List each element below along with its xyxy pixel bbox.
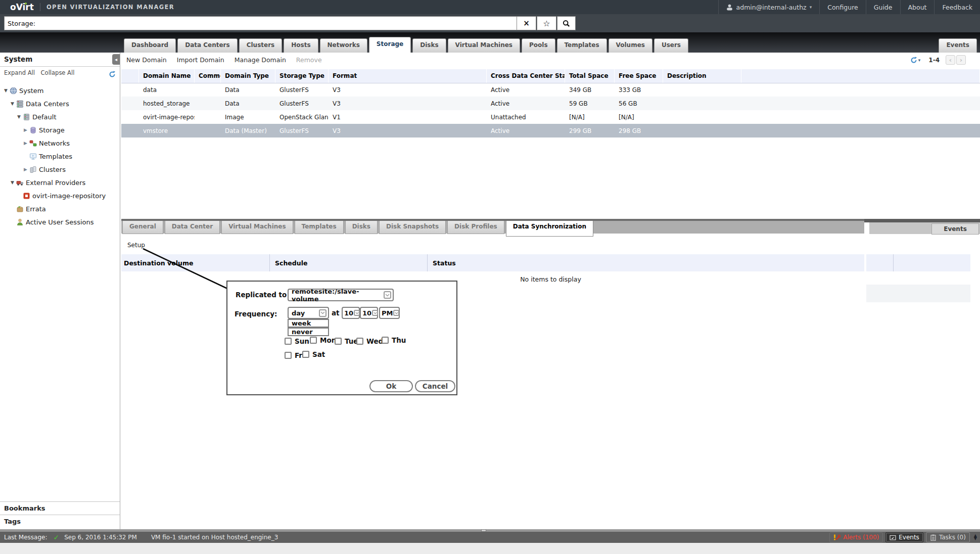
- menu-about[interactable]: About: [900, 0, 935, 14]
- frequency-select[interactable]: day: [288, 307, 329, 319]
- tab-storage[interactable]: Storage: [369, 37, 411, 53]
- search-clear-button[interactable]: ×: [517, 16, 536, 30]
- tasks-button[interactable]: Tasks (0): [926, 532, 970, 542]
- hour-select[interactable]: 10: [342, 307, 360, 319]
- tags-section-header[interactable]: Tags: [0, 515, 120, 528]
- tab-networks[interactable]: Networks: [320, 38, 367, 53]
- detail-tab-data-center[interactable]: Data Center: [165, 221, 220, 234]
- ok-button[interactable]: Ok: [369, 380, 413, 392]
- expanded-arrow-icon[interactable]: ▼: [16, 114, 22, 119]
- tree-item-ovirt-image-repository[interactable]: ovirt-image-repository: [0, 189, 120, 202]
- tree-item-clusters[interactable]: ▶ Clusters: [0, 163, 120, 176]
- table-row-ovirt-image-repository[interactable]: ovirt-image-repository Image OpenStack G…: [121, 110, 980, 124]
- search-input[interactable]: [4, 16, 520, 30]
- detail-tab-templates[interactable]: Templates: [295, 221, 344, 234]
- checkbox-icon[interactable]: [382, 337, 389, 344]
- tree-item-storage[interactable]: ▶ Storage: [0, 123, 120, 136]
- detail-tab-data-synchronization[interactable]: Data Synchronization: [506, 221, 593, 237]
- tab-events[interactable]: Events: [939, 38, 977, 53]
- col-schedule[interactable]: Schedule: [269, 254, 427, 271]
- cancel-button[interactable]: Cancel: [415, 380, 455, 392]
- day-checkbox-fri[interactable]: Fri: [285, 351, 305, 359]
- tab-data-centers[interactable]: Data Centers: [177, 38, 238, 53]
- tab-dashboard[interactable]: Dashboard: [124, 38, 176, 53]
- collapsed-arrow-icon[interactable]: ▶: [22, 141, 29, 146]
- tree-item-data-centers[interactable]: ▼ Data Centers: [0, 97, 120, 110]
- checkbox-icon[interactable]: [310, 337, 317, 344]
- col-domain-type[interactable]: Domain Type: [221, 69, 275, 83]
- menu-configure[interactable]: Configure: [819, 0, 866, 14]
- col-description[interactable]: Description: [663, 69, 741, 83]
- day-checkbox-sun[interactable]: Sun: [285, 337, 309, 345]
- checkbox-icon[interactable]: [302, 351, 309, 358]
- tree-item-networks[interactable]: ▶ Networks: [0, 136, 120, 150]
- checkbox-icon[interactable]: [335, 338, 342, 345]
- col-destination-volume[interactable]: Destination volume: [121, 254, 269, 271]
- tab-clusters[interactable]: Clusters: [239, 38, 283, 53]
- detail-tab-general[interactable]: General: [122, 221, 163, 234]
- table-row-data[interactable]: data Data GlusterFS V3 Active 349 GB 333…: [121, 83, 980, 97]
- table-row-hosted-storage[interactable]: hosted_storage Data GlusterFS V3 Active …: [121, 97, 980, 110]
- day-checkbox-thu[interactable]: Thu: [382, 336, 406, 344]
- next-page-button[interactable]: ›: [956, 55, 966, 65]
- manage-domain-button[interactable]: Manage Domain: [235, 56, 286, 64]
- expanded-arrow-icon[interactable]: ▼: [3, 88, 9, 93]
- last-message-text[interactable]: VM fio-1 started on Host hosted_engine_3: [151, 534, 278, 541]
- expand-all-link[interactable]: Expand All: [4, 69, 35, 76]
- tab-disks[interactable]: Disks: [412, 38, 446, 53]
- detail-tab-events[interactable]: Events: [931, 223, 979, 235]
- col-sync-status[interactable]: Status: [427, 254, 864, 271]
- tab-hosts[interactable]: Hosts: [284, 38, 318, 53]
- detail-tab-disk-profiles[interactable]: Disk Profiles: [447, 221, 504, 234]
- bookmarks-section-header[interactable]: Bookmarks: [0, 501, 120, 515]
- day-checkbox-mon[interactable]: Mon: [310, 336, 336, 344]
- refresh-options-caret-icon[interactable]: ▾: [918, 58, 921, 63]
- col-total-space[interactable]: Total Space: [565, 69, 615, 83]
- collapsed-arrow-icon[interactable]: ▶: [22, 167, 29, 172]
- tree-item-active-user-sessions[interactable]: Active User Sessions: [0, 215, 120, 228]
- meridiem-select[interactable]: PM: [379, 307, 400, 319]
- prev-page-button[interactable]: ‹: [946, 55, 955, 65]
- sidebar-collapse-button[interactable]: ◂: [112, 54, 120, 65]
- tab-pools[interactable]: Pools: [522, 38, 555, 53]
- col-domain-name[interactable]: Domain Name: [139, 69, 195, 83]
- tree-item-errata[interactable]: Errata: [0, 202, 120, 215]
- tree-item-default[interactable]: ▼ Default: [0, 110, 120, 123]
- footer-spinner-control[interactable]: ▲ ▼: [974, 534, 977, 540]
- tab-virtual-machines[interactable]: Virtual Machines: [448, 38, 520, 53]
- user-menu[interactable]: admin@internal-authz ▾: [718, 0, 820, 14]
- col-cross-status[interactable]: Cross Data Center Status: [487, 69, 565, 83]
- replicated-to-select[interactable]: remotesite:/slave-volume: [288, 289, 394, 301]
- checkbox-icon[interactable]: [285, 352, 292, 359]
- detail-tab-virtual-machines[interactable]: Virtual Machines: [221, 221, 293, 234]
- spin-down-icon[interactable]: ▼: [974, 537, 977, 540]
- alerts-button[interactable]: Alerts (100): [829, 532, 883, 542]
- collapsed-arrow-icon[interactable]: ▶: [22, 127, 29, 132]
- import-domain-button[interactable]: Import Domain: [177, 56, 224, 64]
- col-free-space[interactable]: Free Space: [615, 69, 663, 83]
- detail-tab-disk-snapshots[interactable]: Disk Snapshots: [379, 221, 446, 234]
- expanded-arrow-icon[interactable]: ▼: [9, 101, 16, 106]
- col-storage-type[interactable]: Storage Type: [275, 69, 329, 83]
- setup-button[interactable]: Setup: [127, 242, 145, 249]
- search-bookmark-button[interactable]: ☆: [537, 16, 556, 30]
- day-checkbox-sat[interactable]: Sat: [302, 350, 325, 358]
- minute-select[interactable]: 10: [360, 307, 378, 319]
- new-domain-button[interactable]: New Domain: [126, 56, 167, 64]
- frequency-option-week[interactable]: week: [288, 319, 329, 328]
- tree-item-templates[interactable]: Templates: [0, 150, 120, 163]
- tab-users[interactable]: Users: [654, 38, 688, 53]
- collapse-all-link[interactable]: Collapse All: [41, 69, 75, 76]
- day-checkbox-wed[interactable]: Wed: [356, 337, 383, 345]
- col-comment[interactable]: Comment: [195, 69, 221, 83]
- search-submit-button[interactable]: [557, 16, 576, 30]
- expanded-arrow-icon[interactable]: ▼: [9, 180, 16, 185]
- detail-tab-disks[interactable]: Disks: [345, 221, 378, 234]
- table-row-vmstore-selected[interactable]: vmstore Data (Master) GlusterFS V3 Activ…: [121, 124, 980, 137]
- checkbox-icon[interactable]: [356, 338, 363, 345]
- tab-volumes[interactable]: Volumes: [609, 38, 652, 53]
- col-status[interactable]: [121, 69, 139, 83]
- grid-refresh-button[interactable]: [910, 57, 917, 64]
- menu-guide[interactable]: Guide: [866, 0, 900, 14]
- tree-item-external-providers[interactable]: ▼ External Providers: [0, 176, 120, 189]
